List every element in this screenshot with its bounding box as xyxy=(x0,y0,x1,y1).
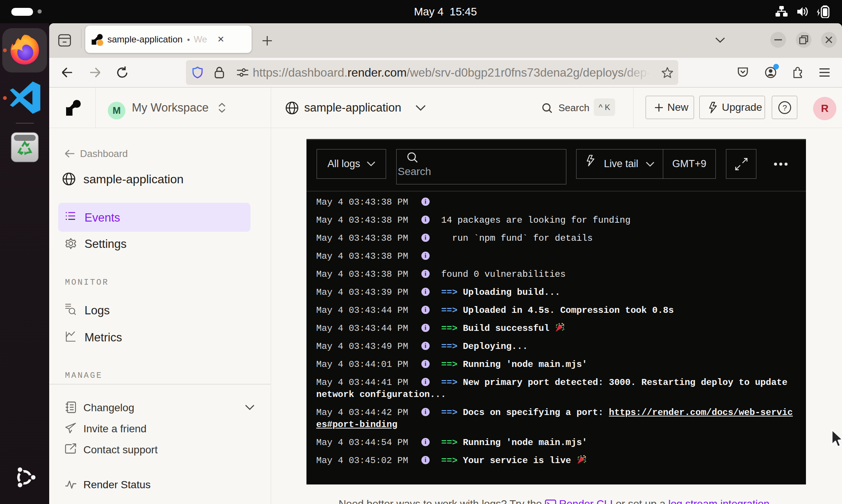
svg-text:?: ? xyxy=(783,103,787,112)
